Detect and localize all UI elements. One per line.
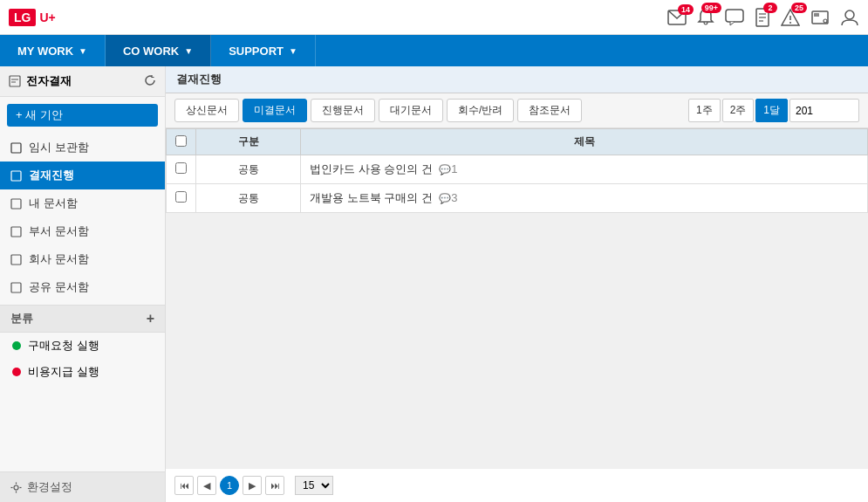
row1-title-cell[interactable]: 법인카드 사용 승인의 건 💬1 bbox=[301, 155, 868, 184]
top-icons-bar: 14 99+ 2 25 bbox=[667, 8, 859, 27]
sidebar-item-shared-docs[interactable]: 공유 문서함 bbox=[0, 273, 165, 301]
page-next-btn[interactable]: ▶ bbox=[243, 476, 262, 495]
table-container: 구분 제목 공통 법인카드 사용 승인의 건 💬1 bbox=[166, 128, 868, 468]
category-section: 분류 + bbox=[0, 305, 165, 333]
svg-rect-18 bbox=[11, 171, 21, 181]
svg-rect-19 bbox=[11, 199, 21, 209]
user-icon-btn[interactable] bbox=[840, 8, 859, 27]
nav-cowork[interactable]: CO WORK ▼ bbox=[106, 35, 211, 66]
pagination: ⏮ ◀ 1 ▶ ⏭ 15 30 50 bbox=[166, 468, 868, 502]
tab-migyeol[interactable]: 미결문서 bbox=[243, 99, 307, 122]
tab-daegi[interactable]: 대기문서 bbox=[379, 99, 443, 122]
tab-hoesoo[interactable]: 회수/반려 bbox=[447, 99, 514, 122]
mail-icon-btn[interactable]: 14 bbox=[667, 10, 687, 25]
page-last-btn[interactable]: ⏭ bbox=[265, 476, 284, 495]
add-category-btn[interactable]: + bbox=[147, 311, 154, 327]
user-icon bbox=[840, 8, 859, 27]
svg-rect-21 bbox=[11, 255, 21, 265]
document-table: 구분 제목 공통 법인카드 사용 승인의 건 💬1 bbox=[166, 128, 868, 213]
approval-icon bbox=[10, 170, 22, 182]
page-prev-btn[interactable]: ◀ bbox=[197, 476, 216, 495]
row2-checkbox[interactable] bbox=[175, 191, 187, 203]
companydoc-icon bbox=[10, 254, 22, 265]
mywork-arrow: ▼ bbox=[79, 46, 87, 56]
top-bar: LG U+ 14 99+ 2 25 bbox=[0, 0, 868, 35]
svg-rect-11 bbox=[814, 13, 819, 17]
svg-rect-2 bbox=[726, 10, 743, 22]
tab-chamjo[interactable]: 참조문서 bbox=[517, 99, 582, 122]
settings-btn[interactable]: 환경설정 bbox=[0, 471, 165, 502]
doc-badge: 2 bbox=[763, 3, 777, 13]
notification-badge: 99+ bbox=[701, 3, 721, 13]
svg-point-12 bbox=[824, 19, 827, 23]
sidebar-item-dept-docs[interactable]: 부서 문서함 bbox=[0, 217, 165, 245]
category-expense[interactable]: 비용지급 실행 bbox=[0, 359, 165, 385]
content-area: 결재진행 상신문서 미결문서 진행문서 대기문서 회수/반려 참조문서 1주 2… bbox=[166, 66, 868, 502]
shareddoc-icon bbox=[10, 282, 22, 293]
expense-dot bbox=[12, 368, 21, 376]
page-first-btn[interactable]: ⏮ bbox=[174, 476, 194, 495]
row2-title-cell[interactable]: 개발용 노트북 구매의 건 💬3 bbox=[301, 184, 868, 213]
storage-icon bbox=[810, 10, 830, 25]
sidebar-item-company-docs[interactable]: 회사 문서함 bbox=[0, 245, 165, 273]
table-row: 공통 법인카드 사용 승인의 건 💬1 bbox=[167, 155, 868, 184]
date-1month[interactable]: 1달 bbox=[755, 99, 788, 122]
tab-jinhaeng[interactable]: 진행문서 bbox=[311, 99, 375, 122]
date-buttons: 1주 2주 1달 bbox=[688, 99, 859, 122]
settings-icon bbox=[10, 482, 22, 493]
header-title-col: 제목 bbox=[301, 129, 868, 155]
nav-support[interactable]: SUPPORT ▼ bbox=[211, 35, 316, 66]
row1-checkbox-cell bbox=[167, 155, 196, 184]
row1-type: 공통 bbox=[196, 155, 301, 184]
row2-checkbox-cell bbox=[167, 184, 196, 213]
lg-logo: LG bbox=[9, 9, 36, 26]
chat-icon-btn[interactable] bbox=[725, 9, 744, 26]
mydoc-icon bbox=[10, 198, 22, 210]
sidebar-refresh-icon[interactable] bbox=[144, 74, 156, 89]
doc-icon-btn[interactable]: 2 bbox=[755, 8, 770, 27]
sidebar-header: 전자결재 bbox=[0, 66, 165, 97]
table-row: 공통 개발용 노트북 구매의 건 💬3 bbox=[167, 184, 868, 213]
date-input[interactable] bbox=[789, 99, 859, 122]
mail-badge: 14 bbox=[678, 4, 694, 15]
nav-bar: MY WORK ▼ CO WORK ▼ SUPPORT ▼ bbox=[0, 35, 868, 66]
sidebar-item-approval[interactable]: 결재진행 bbox=[0, 162, 165, 189]
page-1-btn[interactable]: 1 bbox=[220, 476, 239, 495]
edit-icon bbox=[9, 75, 21, 87]
sidebar: 전자결재 + 새 기안 임시 보관함 결재진행 내 문서함 부서 문서함 bbox=[0, 66, 166, 502]
select-all-checkbox[interactable] bbox=[175, 135, 187, 147]
nav-mywork[interactable]: MY WORK ▼ bbox=[0, 35, 106, 66]
svg-rect-14 bbox=[10, 76, 20, 86]
notification-icon-btn[interactable]: 99+ bbox=[697, 8, 714, 27]
svg-rect-17 bbox=[11, 143, 21, 153]
logo: LG U+ bbox=[9, 9, 56, 26]
uplus-logo: U+ bbox=[39, 10, 55, 24]
cowork-arrow: ▼ bbox=[184, 46, 193, 56]
sidebar-item-my-docs[interactable]: 내 문서함 bbox=[0, 189, 165, 217]
tab-bar: 상신문서 미결문서 진행문서 대기문서 회수/반려 참조문서 1주 2주 1달 bbox=[166, 93, 868, 128]
alert-icon-btn[interactable]: 25 bbox=[781, 8, 800, 27]
chat-icon bbox=[725, 9, 744, 26]
svg-point-9 bbox=[789, 22, 791, 24]
page-size-select[interactable]: 15 30 50 bbox=[295, 476, 333, 495]
date-1week[interactable]: 1주 bbox=[688, 99, 721, 122]
sidebar-item-temp[interactable]: 임시 보관함 bbox=[0, 134, 165, 162]
svg-rect-20 bbox=[11, 227, 21, 237]
content-header: 결재진행 bbox=[166, 66, 868, 93]
deptdoc-icon bbox=[10, 226, 22, 237]
tab-sangsin[interactable]: 상신문서 bbox=[174, 99, 239, 122]
row2-type: 공통 bbox=[196, 184, 301, 213]
category-purchase[interactable]: 구매요청 실행 bbox=[0, 333, 165, 359]
svg-point-23 bbox=[14, 485, 18, 490]
row1-checkbox[interactable] bbox=[175, 162, 187, 174]
temp-icon bbox=[10, 142, 22, 154]
date-2week[interactable]: 2주 bbox=[722, 99, 755, 122]
new-draft-button[interactable]: + 새 기안 bbox=[7, 104, 158, 127]
storage-icon-btn[interactable] bbox=[810, 10, 830, 25]
header-checkbox-col bbox=[167, 129, 196, 155]
row2-comment-icon: 💬3 bbox=[439, 193, 457, 203]
purchase-dot bbox=[12, 341, 21, 350]
sidebar-title: 전자결재 bbox=[9, 73, 72, 89]
header-type-col: 구분 bbox=[196, 129, 301, 155]
main-layout: 전자결재 + 새 기안 임시 보관함 결재진행 내 문서함 부서 문서함 bbox=[0, 66, 868, 502]
